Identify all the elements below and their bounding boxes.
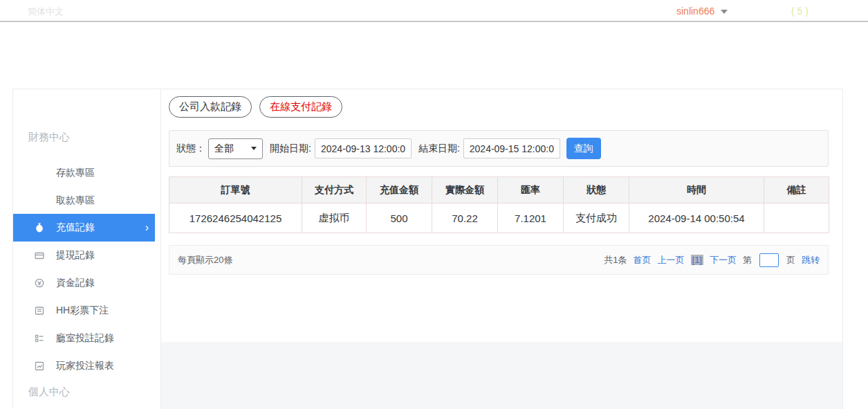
sidebar-item-player-bet-report[interactable]: 玩家投注報表 — [13, 356, 155, 376]
page-number-input[interactable] — [759, 253, 779, 267]
sidebar-item-label: 提現記錄 — [56, 249, 95, 262]
sidebar-item-room-bet-records[interactable]: 廳室投註記錄 — [13, 329, 155, 348]
room-list-icon — [34, 333, 45, 344]
lottery-doc-icon — [34, 305, 45, 316]
chevron-right-icon: › — [145, 221, 149, 234]
content-area: 公司入款記錄 在線支付記錄 狀態： 全部 開始日期: 結束日期: 查詢 — [161, 89, 842, 342]
top-bar: 简体中文 sinlin666 ( 5 ) — [0, 0, 868, 22]
column-header-order-no: 訂單號 — [169, 177, 302, 203]
current-page[interactable]: [1] — [691, 255, 703, 265]
sidebar: 財務中心 存款專區 取款專區 充值記錄 › 提現記錄 資金記錄 — [13, 89, 161, 409]
search-button[interactable]: 查詢 — [566, 138, 601, 159]
next-page-link[interactable]: 下一页 — [710, 254, 737, 266]
per-page-info: 每頁顯示20條 — [178, 254, 232, 266]
chevron-down-icon — [251, 147, 257, 150]
sidebar-section-personal: 個人中心 — [28, 385, 70, 399]
username[interactable]: sinlin666 — [676, 6, 714, 17]
main-panel: 財務中心 存款專區 取款專區 充值記錄 › 提現記錄 資金記錄 — [12, 89, 843, 409]
filter-bar: 狀態： 全部 開始日期: 結束日期: 查詢 — [169, 130, 829, 167]
funds-icon — [34, 278, 45, 289]
sidebar-item-label: 資金記錄 — [56, 277, 95, 289]
table-header-row: 訂單號 支付方式 充值金額 實際金額 匯率 狀態 時間 備註 — [169, 177, 829, 203]
record-type-tabs: 公司入款記錄 在線支付記錄 — [169, 96, 842, 118]
column-header-actual-amount: 實際金額 — [432, 177, 498, 203]
table-row: 1726246254042125 虚拟币 500 70.22 7.1201 支付… — [169, 203, 829, 233]
status-select[interactable]: 全部 — [208, 138, 263, 159]
report-chart-icon — [34, 361, 45, 372]
sidebar-item-withdrawal-records[interactable]: 提現記錄 — [13, 246, 155, 265]
pager: 共1条 首页 上一页 [1] 下一页 第 页 跳转 — [604, 253, 820, 267]
bottom-gray-area — [161, 342, 842, 409]
end-date-label: 結束日期: — [418, 143, 460, 155]
cell-remark — [764, 203, 829, 233]
sidebar-item-label: 充值記錄 — [56, 221, 95, 234]
notice-count-badge[interactable]: ( 5 ) — [791, 6, 809, 17]
sidebar-item-withdraw-zone[interactable]: 取款專區 — [56, 190, 95, 210]
moneybag-icon — [34, 222, 45, 233]
sidebar-item-recharge-records[interactable]: 充值記錄 › — [13, 214, 155, 242]
pagination-bar: 每頁顯示20條 共1条 首页 上一页 [1] 下一页 第 页 跳转 — [169, 245, 829, 275]
cell-pay-method: 虚拟币 — [302, 203, 367, 233]
sidebar-section-finance: 財務中心 — [28, 131, 70, 144]
column-header-time: 時間 — [629, 177, 764, 203]
sidebar-item-hh-lottery-bets[interactable]: HH彩票下注 — [13, 301, 155, 320]
cell-recharge-amount: 500 — [367, 203, 432, 233]
column-header-recharge-amount: 充值金額 — [367, 177, 432, 203]
jump-button[interactable]: 跳转 — [802, 254, 820, 266]
withdraw-card-icon — [34, 250, 45, 261]
column-header-status: 狀態 — [564, 177, 629, 203]
column-header-pay-method: 支付方式 — [302, 177, 367, 203]
main-area: 公司入款記錄 在線支付記錄 狀態： 全部 開始日期: 結束日期: 查詢 — [161, 89, 842, 409]
start-date-label: 開始日期: — [270, 143, 311, 155]
prev-page-link[interactable]: 上一页 — [658, 254, 685, 266]
end-date-input[interactable] — [463, 138, 560, 158]
page-jump-prefix: 第 — [743, 254, 752, 266]
sidebar-item-label: HH彩票下注 — [56, 305, 109, 317]
tab-online-payment-records[interactable]: 在線支付記錄 — [259, 96, 342, 118]
column-header-remark: 備註 — [764, 177, 829, 203]
sidebar-item-label: 廳室投註記錄 — [56, 332, 114, 345]
column-header-rate: 匯率 — [498, 177, 564, 203]
status-label: 狀態： — [176, 143, 205, 155]
cell-rate: 7.1201 — [498, 203, 564, 233]
records-table: 訂單號 支付方式 充值金額 實際金額 匯率 狀態 時間 備註 172624625… — [169, 176, 829, 233]
language-switcher[interactable]: 简体中文 — [28, 6, 64, 18]
sidebar-item-funds-records[interactable]: 資金記錄 — [13, 273, 155, 293]
first-page-link[interactable]: 首页 — [634, 254, 652, 266]
cell-status: 支付成功 — [564, 203, 629, 233]
cell-time: 2024-09-14 00:50:54 — [629, 203, 764, 233]
page-jump-suffix: 页 — [786, 254, 795, 266]
sidebar-item-deposit-zone[interactable]: 存款專區 — [56, 163, 95, 182]
status-select-value: 全部 — [214, 143, 234, 155]
cell-order-no: 1726246254042125 — [169, 203, 302, 233]
start-date-input[interactable] — [315, 138, 412, 158]
total-count: 共1条 — [604, 254, 627, 266]
sidebar-item-label: 玩家投注報表 — [56, 360, 114, 372]
user-dropdown-caret-icon[interactable] — [721, 10, 728, 14]
tab-company-deposit-records[interactable]: 公司入款記錄 — [169, 96, 252, 118]
cell-actual-amount: 70.22 — [432, 203, 498, 233]
